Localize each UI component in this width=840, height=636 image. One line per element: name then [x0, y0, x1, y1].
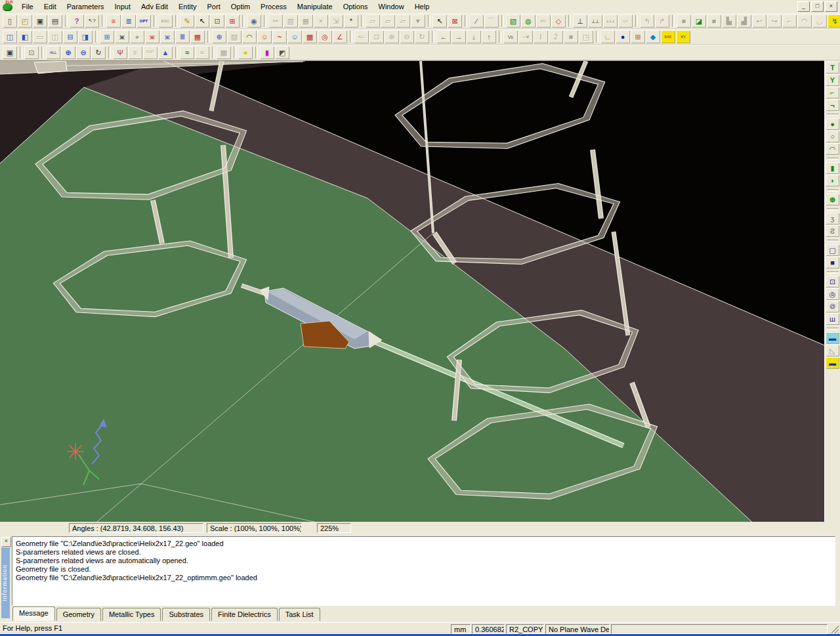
spiral-coil-button[interactable]: Ƨ: [826, 225, 839, 237]
angle-plot-button[interactable]: ∠: [333, 30, 347, 43]
draw-rectangle-button[interactable]: ▧: [506, 14, 520, 28]
pan-left-button[interactable]: ←: [436, 30, 451, 43]
fill-color-button[interactable]: ◩: [275, 46, 289, 59]
vs-view-button[interactable]: Vs: [503, 30, 518, 43]
draw-pencil-button[interactable]: ✎: [180, 14, 194, 28]
meander-line-button[interactable]: ш: [826, 313, 839, 325]
select-arrow-button[interactable]: ↖: [195, 14, 209, 28]
window-select-2-button[interactable]: ◧: [18, 30, 32, 43]
save-view-button[interactable]: ▣: [3, 46, 17, 59]
pattern-body-button[interactable]: ☺: [257, 30, 272, 43]
menu-entity[interactable]: Entity: [173, 1, 202, 12]
menu-manipulate[interactable]: Manipulate: [292, 1, 338, 12]
tab-substrates[interactable]: Substrates: [162, 608, 210, 621]
tab-metallic-types[interactable]: Metallic Types: [102, 608, 161, 621]
simulate-em-button[interactable]: ж: [145, 30, 159, 43]
contour-plot-button[interactable]: ◎: [318, 30, 332, 43]
close-info-panel-button[interactable]: ×: [1, 537, 11, 547]
pan-down-button[interactable]: ↓: [467, 30, 481, 43]
optimization-vars-button[interactable]: OPT: [136, 14, 151, 28]
layer-list-button[interactable]: ≡: [106, 14, 121, 28]
smith-chart-button[interactable]: ⊕: [212, 30, 226, 43]
menu-adv-edit[interactable]: Adv Edit: [136, 1, 173, 12]
tab-geometry[interactable]: Geometry: [56, 608, 101, 621]
bend-junction-button[interactable]: ⌐: [826, 87, 839, 98]
define-port-button[interactable]: ⊥: [573, 14, 587, 28]
define-port-array-button[interactable]: ⊥⊥⊥: [603, 14, 618, 28]
merge-2-button[interactable]: ◪: [692, 14, 706, 28]
escape-command-button[interactable]: ESC: [158, 14, 173, 28]
close-button[interactable]: ×: [825, 1, 837, 12]
display-columns-button[interactable]: Ⅲ: [175, 30, 190, 43]
sphere-3d-button[interactable]: ●: [616, 30, 630, 43]
menu-options[interactable]: Options: [338, 1, 373, 12]
new-file-button[interactable]: ▯: [3, 14, 17, 28]
window-select-button[interactable]: ◫: [3, 30, 17, 43]
circle-plus-button[interactable]: ⊕: [826, 194, 839, 205]
window-cascade-button[interactable]: ◨: [78, 30, 93, 43]
s-curve-button[interactable]: ~: [272, 30, 287, 43]
arc-shape-button[interactable]: ◠: [826, 143, 839, 155]
menu-port[interactable]: Port: [202, 1, 226, 12]
y-junction-button[interactable]: Y: [826, 74, 839, 86]
menu-process[interactable]: Process: [255, 1, 292, 12]
current-grid-button[interactable]: ▩: [303, 30, 317, 43]
resize-grip[interactable]: [831, 625, 839, 633]
simulate-opt-button[interactable]: ж: [160, 30, 175, 43]
highlight-bulb-button[interactable]: ●: [238, 46, 253, 59]
pan-right-button[interactable]: →: [452, 30, 466, 43]
square-filled-button[interactable]: ■: [826, 257, 839, 268]
mesh-view-button[interactable]: ⊞: [100, 30, 114, 43]
restore-button[interactable]: □: [811, 1, 824, 12]
define-port-pair-button[interactable]: ⊥⊥: [588, 14, 602, 28]
menu-input[interactable]: Input: [110, 1, 136, 12]
draw-polygon-button[interactable]: ◇: [551, 14, 566, 28]
radiation-arc-button[interactable]: ◠: [242, 30, 257, 43]
message-log[interactable]: Geometry file "C:\Zeland\ie3d\practice\H…: [12, 536, 835, 606]
pick-vertex-button[interactable]: ↖: [432, 14, 447, 28]
spiral-inductor-button[interactable]: @: [826, 301, 839, 312]
menu-help[interactable]: Help: [410, 1, 435, 12]
save-file-button[interactable]: ▣: [33, 14, 47, 28]
tab-task-list[interactable]: Task List: [279, 608, 320, 621]
xy-plot-button[interactable]: XY: [676, 30, 690, 43]
menu-parameters[interactable]: Parameters: [62, 1, 110, 12]
clear-all-button[interactable]: *: [344, 14, 358, 28]
tab-finite-dielectrics[interactable]: Finite Dielectrics: [211, 608, 278, 621]
menu-edit[interactable]: Edit: [39, 1, 62, 12]
bar-chart-button[interactable]: BAR: [661, 30, 675, 43]
quick-run-button[interactable]: ↯: [828, 14, 840, 28]
ellipse-shape-button[interactable]: ●: [826, 118, 839, 130]
to-v-view-button[interactable]: →V: [518, 30, 533, 43]
select-polygon-button[interactable]: ⊡: [210, 14, 224, 28]
pattern-3d-button[interactable]: ◆: [646, 30, 660, 43]
layer-3d-button[interactable]: ∟: [600, 30, 615, 43]
about-help-button[interactable]: ?: [70, 14, 84, 28]
pipe-bend-button[interactable]: ◗: [826, 175, 839, 186]
view-all-button[interactable]: ALL: [46, 46, 60, 59]
menu-optim[interactable]: Optim: [226, 1, 255, 12]
view-refresh-button[interactable]: ↻: [91, 46, 106, 59]
minimize-button[interactable]: _: [797, 1, 810, 12]
view-zoom-out-button[interactable]: ⊖: [76, 46, 91, 59]
toggle-visibility-button[interactable]: ◉: [247, 14, 261, 28]
layer-list-alt-button[interactable]: ≣: [121, 14, 136, 28]
elevation-view-button[interactable]: ▲: [158, 46, 173, 59]
cylinder-shape-button[interactable]: ▮: [826, 162, 839, 174]
current-waves-button[interactable]: ≈: [180, 46, 194, 59]
square-spiral-button[interactable]: ⊡: [826, 276, 839, 287]
menu-file[interactable]: File: [16, 1, 39, 12]
draw-line-button[interactable]: ∕: [469, 14, 484, 28]
print-button[interactable]: ▤: [48, 14, 62, 28]
pattern-body-2-button[interactable]: ☺: [287, 30, 302, 43]
chip-component-button[interactable]: ▬: [826, 332, 839, 344]
corner-junction-button[interactable]: ¬: [826, 99, 839, 111]
view-zoom-in-button[interactable]: ⊕: [61, 46, 75, 59]
square-outline-button[interactable]: ▢: [826, 244, 839, 256]
open-file-button[interactable]: ◰: [18, 14, 32, 28]
tab-message[interactable]: Message: [12, 606, 55, 621]
grid-3d-button[interactable]: ⊞: [631, 30, 645, 43]
s-param-table-button[interactable]: ▦: [190, 30, 205, 43]
draw-circle-button[interactable]: ◍: [521, 14, 536, 28]
wedge-shape-button[interactable]: ◺: [826, 345, 839, 356]
